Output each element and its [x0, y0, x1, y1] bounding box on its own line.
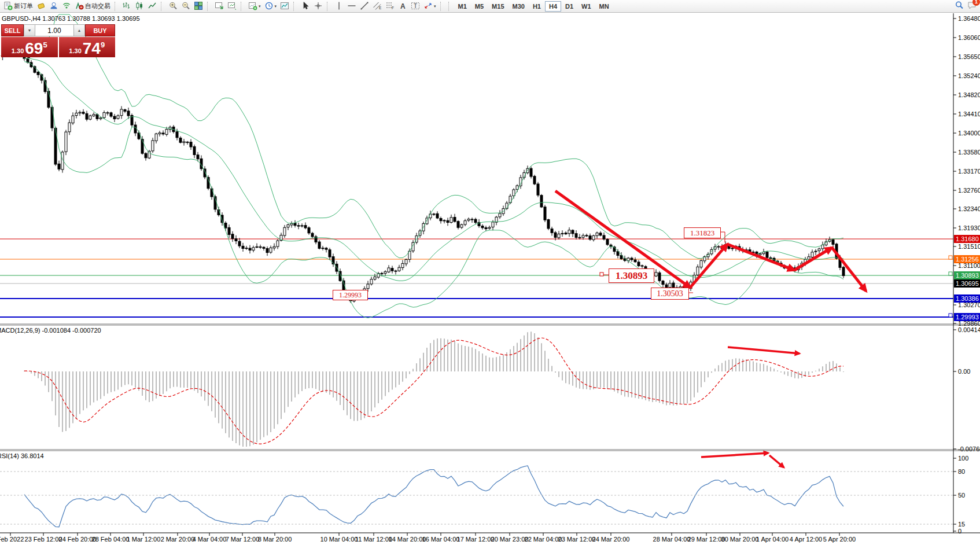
object-anchor-square[interactable] [949, 272, 952, 275]
line-chart-mode-button[interactable] [146, 1, 159, 12]
buy-button[interactable]: BUY [85, 24, 115, 36]
notifications-button[interactable]: 1 [967, 1, 977, 12]
fibo-icon: F [385, 1, 395, 12]
timeframe-m15[interactable]: M15 [488, 1, 508, 12]
candle-body [565, 233, 567, 234]
horizontal-line-tool-button[interactable] [345, 1, 358, 12]
timeframe-h4[interactable]: H4 [545, 1, 561, 12]
fibonacci-tool-button[interactable]: F [384, 1, 396, 12]
candle-body [176, 132, 178, 138]
volume-down-button[interactable]: ▼ [24, 24, 35, 36]
tile-windows-button[interactable] [192, 1, 205, 12]
new-chart-button[interactable]: ▾ [246, 1, 263, 12]
timeframe-m1[interactable]: M1 [454, 1, 471, 12]
candle-body [759, 253, 761, 255]
auto-trading-button[interactable]: 自动交易 [73, 1, 112, 12]
sell-price-big: 69 [25, 41, 43, 56]
candle-body [811, 252, 813, 257]
search-icon[interactable] [955, 1, 964, 12]
accounts-button[interactable] [47, 1, 60, 12]
bollinger-upper[interactable] [24, 14, 843, 259]
candle-body [287, 225, 289, 227]
object-anchor-square[interactable] [600, 272, 603, 276]
crosshair-icon [314, 1, 323, 12]
timeframe-w1[interactable]: W1 [577, 1, 595, 12]
auto-arrange-button[interactable] [213, 1, 226, 12]
vertical-line-tool-button[interactable] [333, 1, 345, 12]
price-axis-label: 1.31930 [958, 224, 980, 231]
rsi-trend-arrow-1[interactable] [701, 453, 768, 457]
candle-body [117, 116, 119, 119]
toolbar-separator [448, 2, 452, 11]
track-chart-button[interactable] [226, 1, 238, 12]
chart-properties-button[interactable] [278, 1, 291, 12]
price-axis-label: 1.35650 [958, 53, 980, 60]
candle-body [579, 237, 581, 238]
trend-arrow-2[interactable] [690, 244, 727, 288]
candle-body [401, 263, 404, 267]
svg-text:T: T [414, 3, 417, 9]
arrows-tool-button[interactable]: ▾ [422, 1, 438, 12]
candle-body [551, 229, 553, 233]
object-anchor-square[interactable] [949, 256, 952, 259]
timeframe-h1[interactable]: H1 [529, 1, 545, 12]
bollinger-lower[interactable] [24, 61, 843, 318]
styles-button[interactable] [35, 1, 47, 12]
buy-price-panel[interactable]: 1.30 74 9 [59, 37, 116, 57]
new-order-button[interactable]: 新订单 [2, 1, 35, 12]
timeframe-m5[interactable]: M5 [471, 1, 488, 12]
candle-body [454, 218, 456, 222]
equidistant-channel-tool-button[interactable]: E [371, 1, 384, 12]
main-toolbar: 新订单自动交易▾▾EFAT▾M1M5M15M30H1H4D1W1MN1 [0, 0, 980, 13]
zoom-out-button[interactable] [179, 1, 192, 12]
zoom-in-button[interactable] [167, 1, 179, 12]
trendline-tool-button[interactable] [358, 1, 371, 12]
sell-price-pip: 5 [43, 40, 47, 49]
object-anchor-square[interactable] [949, 314, 952, 317]
volume-input[interactable] [35, 24, 73, 36]
signals-button[interactable] [60, 1, 73, 12]
bar-chart-mode-button[interactable] [120, 1, 133, 12]
vline-icon [334, 1, 344, 12]
chart-canvas[interactable]: 1.364801.360601.356501.352401.348201.344… [0, 13, 980, 545]
rsi-trend-arrow-2[interactable] [769, 455, 784, 467]
timeframe-mn[interactable]: MN [595, 1, 613, 12]
candle-body [68, 123, 71, 132]
candle-body [263, 247, 265, 248]
time-axis-label: 5 Apr 20:00 [823, 536, 856, 543]
rsi-line[interactable] [24, 466, 843, 527]
price-annotation-label[interactable]: 1.29993 [333, 290, 368, 300]
one-click-prices: 1.30 69 5 1.30 74 9 [1, 37, 115, 57]
candle-body [221, 215, 223, 223]
candle-body [266, 249, 268, 253]
trend-arrow-5[interactable] [832, 248, 866, 291]
price-annotation-label[interactable]: 1.30893 [609, 268, 654, 283]
timeframe-d1[interactable]: D1 [561, 1, 577, 12]
time-axis-label: 2 Mar 20:00 [161, 536, 195, 543]
sell-button[interactable]: SELL [1, 24, 24, 36]
rsi-axis-label: 15 [958, 521, 965, 528]
toolbar-separator [327, 2, 331, 11]
time-axis-label: 11 Mar 12:00 [355, 536, 392, 543]
period-selector-button[interactable]: ▾ [263, 1, 279, 12]
buy-price-prefix: 1.30 [69, 47, 81, 54]
candle-body [638, 262, 640, 266]
sell-price-panel[interactable]: 1.30 69 5 [1, 37, 58, 57]
macd-trend-arrow[interactable] [728, 347, 800, 353]
cursor-tool-button[interactable] [299, 1, 312, 12]
rsi-axis-label: 0 [958, 528, 961, 535]
candle-body [165, 130, 168, 135]
candlestick-mode-button[interactable] [133, 1, 146, 12]
arrows-icon [423, 1, 433, 12]
timeframe-m30[interactable]: M30 [509, 1, 529, 12]
time-axis-label: 7 Mar 12:00 [226, 536, 260, 543]
text-tool-button[interactable]: A [396, 1, 409, 12]
candle-body [575, 234, 577, 238]
crosshair-tool-button[interactable] [312, 1, 325, 12]
text-label-tool-button[interactable]: T [409, 1, 422, 12]
price-annotation-label[interactable]: 1.30503 [651, 288, 689, 300]
volume-up-button[interactable]: ▲ [73, 24, 85, 36]
price-annotation-label[interactable]: 1.31823 [684, 227, 721, 238]
candle-body [450, 218, 452, 223]
time-axis-label: 8 Mar 20:00 [258, 536, 292, 543]
